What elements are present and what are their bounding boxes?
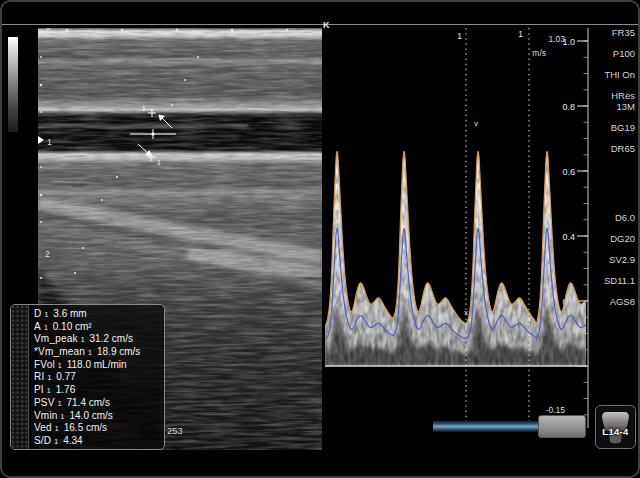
cine-progress-bar[interactable] [433, 421, 539, 432]
sidebar-spacer [563, 164, 635, 212]
measurement-row: D13.6 mm [34, 308, 162, 321]
frame-number: 253 [167, 425, 183, 436]
settings-sidebar: FR35P100THI OnHRes 13MBG19DR65 D6.0DG20S… [563, 27, 635, 317]
measurement-row: PI11.76 [34, 384, 162, 397]
measurement-row: FVol1118.0 mL/min [34, 359, 162, 372]
grayscale-map-bar [8, 37, 18, 132]
measurement-row: RI10.77 [34, 371, 162, 384]
caliper-b-index: 1 [157, 159, 161, 166]
cursor-1-label: 1 [457, 31, 462, 41]
depth-label-2: 2 [45, 249, 50, 259]
ruler-zero-label: 0 [46, 26, 51, 36]
setting-readout: P100 [563, 48, 635, 59]
measurement-row: Ved116.5 cm/s [34, 422, 162, 435]
caliper-a-index: 1 [142, 105, 146, 112]
measurement-row: S/D14.34 [34, 435, 162, 448]
cine-scrubber-thumb[interactable] [538, 415, 586, 438]
setting-readout: SD11.1 [563, 275, 635, 286]
measurement-row: PSV171.4 cm/s [34, 397, 162, 410]
setting-readout: FR35 [563, 27, 635, 38]
setting-readout: SV2.9 [563, 254, 635, 265]
scale-unit: m/s [532, 48, 546, 58]
panel-drag-handle[interactable] [11, 305, 29, 449]
measurement-row: A10.10 cm² [34, 321, 162, 334]
doppler-waveform [325, 28, 587, 368]
setting-readout: DG20 [563, 233, 635, 244]
vmin-marker: x [527, 314, 531, 323]
setting-readout: THI On [563, 69, 635, 80]
measurement-row: *Vm_mean118.9 cm/s [34, 346, 162, 359]
ved-marker: x [464, 308, 468, 317]
setting-readout: DR65 [563, 143, 635, 154]
measurement-panel[interactable]: D13.6 mmA10.10 cm²Vm_peak131.2 cm/s*Vm_m… [10, 304, 165, 450]
cursor-2-label: 1 [518, 29, 523, 39]
scale-bottom-value: -0.15 [546, 405, 566, 415]
depth-label-1: 1 [47, 137, 52, 147]
transducer-button[interactable]: L14-4 [595, 405, 636, 449]
setting-readout: AGS8 [563, 296, 635, 307]
transducer-label: L14-4 [595, 426, 636, 437]
ultrasound-screen: 0 1 2 1 1 K [0, 0, 640, 478]
measurement-row: Vmin114.0 cm/s [34, 410, 162, 423]
measurement-row: Vm_peak131.2 cm/s [34, 333, 162, 346]
setting-readout: HRes 13M [563, 90, 635, 112]
setting-readout: BG19 [563, 122, 635, 133]
setting-readout: D6.0 [563, 212, 635, 223]
peak-velocity-marker: v [474, 119, 478, 128]
